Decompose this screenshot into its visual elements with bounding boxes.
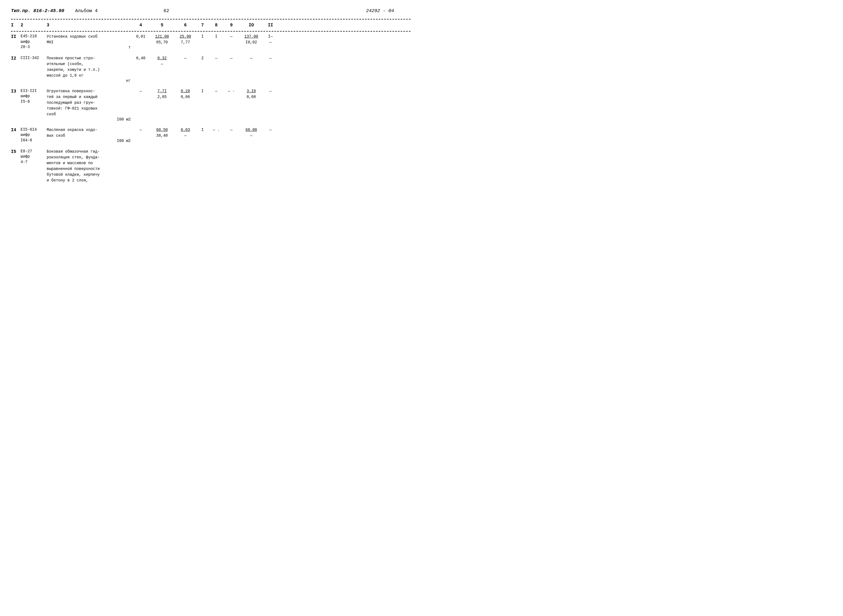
row-desc-II: Установка ходовых скобМНI т — [47, 34, 132, 50]
val-I4-10: 68.00 — — [239, 127, 264, 139]
table-body: II E45-218 шифр 28-3 Установка ходовых с… — [11, 34, 411, 183]
table-row: I2 CIII-342 Поковки простые стро-ительны… — [11, 56, 411, 83]
val-I2-9: — — [224, 56, 239, 61]
row-code-I5: E8-27 шифр 4-7 — [21, 149, 47, 165]
val-I4-8: — . — [209, 127, 224, 133]
col-header-3: 3 — [47, 23, 132, 28]
val-I2-10: — — [239, 56, 264, 61]
val-II-10: 137.00 I0,02 — [239, 34, 264, 45]
val-II-8: I — [209, 34, 224, 40]
table-row: I4 EI5-6I4 шифр I64-8 Масляная окраска х… — [11, 127, 411, 143]
val-I4-6: 0.03 — — [174, 127, 196, 139]
row-num-I4: I4 — [11, 127, 21, 133]
val-I3-4: — — [132, 88, 150, 94]
val-II-11: I— — — [264, 34, 278, 45]
val-I3-5: 7.7I 2,05 — [150, 88, 174, 100]
val-I3-9: — · — [224, 88, 239, 94]
val-I2-5: 0.32 — — [150, 56, 174, 67]
val-I2-11: — — [264, 56, 278, 61]
col-header-7: 7 — [196, 23, 209, 28]
val-I2-7: 2 — [196, 56, 209, 61]
column-headers: I 2 3 4 5 6 7 8 9 IO II — [11, 21, 411, 29]
val-II-6: 25.90 7,77 — [174, 34, 196, 45]
row-num-I5: I5 — [11, 149, 21, 154]
top-separator — [11, 19, 411, 19]
row-code-I2: CIII-342 — [21, 56, 47, 61]
row-code-I4: EI5-6I4 шифр I64-8 — [21, 127, 47, 143]
val-I2-4: 6,40 — [132, 56, 150, 61]
col-header-8: 8 — [209, 23, 224, 28]
row-code-I3: EI3-I2I шифр I5-6 — [21, 88, 47, 104]
col-header-2: 2 — [21, 23, 47, 28]
row-num-I3: I3 — [11, 88, 21, 94]
row-num-II: II — [11, 34, 21, 39]
val-I4-4: — — [132, 127, 150, 133]
val-I3-7: I — [196, 88, 209, 94]
val-I4-7: I — [196, 127, 209, 133]
doc-title: Тип.пр. 816-2-45.90 — [11, 8, 64, 13]
row-desc-I4: Масляная окраска ходо-вых скоб I00 м2 — [47, 127, 132, 143]
col-header-4: 4 — [132, 23, 150, 28]
val-II-9: — — [224, 34, 239, 40]
val-I2-8: — — [209, 56, 224, 61]
row-num-I2: I2 — [11, 56, 21, 61]
col-header-9: 9 — [224, 23, 239, 28]
val-I3-6: 0.20 0,06 — [174, 88, 196, 100]
val-I2-6: — — [174, 56, 196, 61]
val-I3-8: — — [209, 88, 224, 94]
page-header: Тип.пр. 816-2-45.90 Альбом 4 62 24292 - … — [11, 8, 411, 13]
val-I4-11: — — [264, 127, 278, 133]
row-code-II: E45-218 шифр 28-3 — [21, 34, 47, 50]
val-I4-5: 60.50 38,40 — [150, 127, 174, 139]
row-desc-I2: Поковки простые стро-ительные (скобн,зак… — [47, 56, 132, 83]
val-I3-11: — — [264, 88, 278, 94]
col-header-5: 5 — [150, 23, 174, 28]
row-desc-I3: Огрунтовка поверхнос-тей за первый и каж… — [47, 88, 132, 122]
album-label: Альбом 4 — [75, 8, 98, 13]
col-header-11: II — [264, 23, 278, 28]
col-header-1: I — [11, 23, 21, 28]
table-row: I3 EI3-I2I шифр I5-6 Огрунтовка поверхно… — [11, 88, 411, 122]
doc-code: 24292 - 04 — [366, 8, 394, 13]
table-row: II E45-218 шифр 28-3 Установка ходовых с… — [11, 34, 411, 50]
row-desc-I5: Боковая обмазочная гид-роизоляция стен, … — [47, 149, 132, 183]
header-separator — [11, 31, 411, 32]
val-II-5: 121.00 85,70 — [150, 34, 174, 45]
col-header-6: 6 — [174, 23, 196, 28]
table-row: I5 E8-27 шифр 4-7 Боковая обмазочная гид… — [11, 149, 411, 183]
val-I3-10: 3.I0 0,08 — [239, 88, 264, 100]
page-number: 62 — [163, 8, 169, 13]
col-header-10: IO — [239, 23, 264, 28]
val-II-4: 0,01 — [132, 34, 150, 40]
val-II-7: I — [196, 34, 209, 40]
val-I4-9: — — [224, 127, 239, 133]
